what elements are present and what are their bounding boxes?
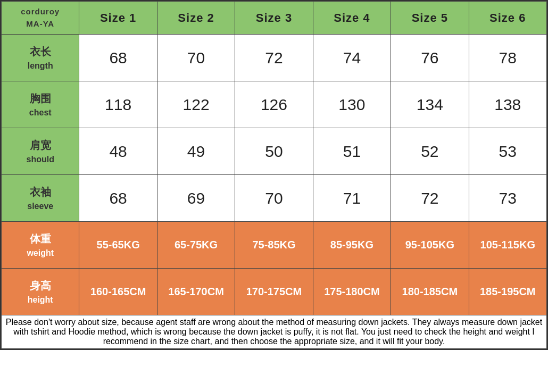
cell-r0-c4: 76: [391, 35, 469, 81]
size-header-6: Size 6: [469, 2, 546, 35]
cell-r4-c5: 105-115KG: [469, 222, 546, 269]
cell-r1-c4: 134: [391, 81, 469, 128]
label-cn-3: 衣袖: [3, 184, 78, 200]
cell-r1-c5: 138: [469, 81, 546, 128]
cell-r5-c3: 175-180CM: [313, 269, 391, 315]
cell-r0-c2: 72: [235, 35, 313, 81]
notice-text: Please don't worry about size, because a…: [2, 315, 547, 349]
label-cn-5: 身高: [3, 278, 78, 294]
label-cell-5: 身高height: [2, 269, 79, 315]
cell-r5-c0: 160-165CM: [79, 269, 157, 315]
cell-r3-c0: 68: [79, 175, 157, 222]
label-cn-0: 衣长: [3, 44, 78, 60]
cell-r4-c1: 65-75KG: [157, 222, 235, 269]
label-en-1: chest: [3, 106, 78, 119]
label-en-0: length: [3, 60, 78, 72]
data-row-3: 衣袖sleeve686970717273: [2, 175, 547, 222]
size-header-4: Size 4: [313, 2, 391, 35]
cell-r5-c5: 185-195CM: [469, 269, 546, 315]
cell-r4-c4: 95-105KG: [391, 222, 469, 269]
brand-name: corduroyMA-YA: [21, 7, 60, 28]
data-row-5: 身高height160-165CM165-170CM170-175CM175-1…: [2, 269, 547, 315]
cell-r1-c0: 118: [79, 81, 157, 128]
cell-r0-c5: 78: [469, 35, 546, 81]
cell-r1-c1: 122: [157, 81, 235, 128]
cell-r2-c0: 48: [79, 128, 157, 175]
label-en-3: sleeve: [3, 200, 78, 213]
cell-r5-c1: 165-170CM: [157, 269, 235, 315]
cell-r5-c4: 180-185CM: [391, 269, 469, 315]
cell-r0-c1: 70: [157, 35, 235, 81]
size-header-5: Size 5: [391, 2, 469, 35]
brand-cell: corduroyMA-YA: [2, 2, 79, 35]
cell-r2-c5: 53: [469, 128, 546, 175]
size-header-1: Size 1: [79, 2, 157, 35]
cell-r1-c3: 130: [313, 81, 391, 128]
cell-r3-c3: 71: [313, 175, 391, 222]
data-row-4: 体重weight55-65KG65-75KG75-85KG85-95KG95-1…: [2, 222, 547, 269]
cell-r2-c4: 52: [391, 128, 469, 175]
size-chart: corduroyMA-YASize 1Size 2Size 3Size 4Siz…: [0, 0, 548, 350]
label-cell-4: 体重weight: [2, 222, 79, 269]
cell-r3-c5: 73: [469, 175, 546, 222]
data-row-1: 胸围chest118122126130134138: [2, 81, 547, 128]
size-header-3: Size 3: [235, 2, 313, 35]
cell-r0-c0: 68: [79, 35, 157, 81]
label-en-2: should: [3, 153, 78, 166]
label-cell-3: 衣袖sleeve: [2, 175, 79, 222]
notice-row: Please don't worry about size, because a…: [2, 315, 547, 349]
label-cell-1: 胸围chest: [2, 81, 79, 128]
cell-r2-c3: 51: [313, 128, 391, 175]
cell-r3-c2: 70: [235, 175, 313, 222]
cell-r4-c3: 85-95KG: [313, 222, 391, 269]
cell-r3-c4: 72: [391, 175, 469, 222]
cell-r5-c2: 170-175CM: [235, 269, 313, 315]
data-row-0: 衣长length687072747678: [2, 35, 547, 81]
size-header-2: Size 2: [157, 2, 235, 35]
label-cell-2: 肩宽should: [2, 128, 79, 175]
label-en-4: weight: [3, 247, 78, 260]
cell-r2-c2: 50: [235, 128, 313, 175]
label-cn-4: 体重: [3, 231, 78, 247]
label-cn-1: 胸围: [3, 90, 78, 106]
label-cn-2: 肩宽: [3, 137, 78, 153]
cell-r0-c3: 74: [313, 35, 391, 81]
label-cell-0: 衣长length: [2, 35, 79, 81]
cell-r1-c2: 126: [235, 81, 313, 128]
cell-r3-c1: 69: [157, 175, 235, 222]
label-en-5: height: [3, 294, 78, 306]
cell-r4-c0: 55-65KG: [79, 222, 157, 269]
data-row-2: 肩宽should484950515253: [2, 128, 547, 175]
cell-r2-c1: 49: [157, 128, 235, 175]
cell-r4-c2: 75-85KG: [235, 222, 313, 269]
